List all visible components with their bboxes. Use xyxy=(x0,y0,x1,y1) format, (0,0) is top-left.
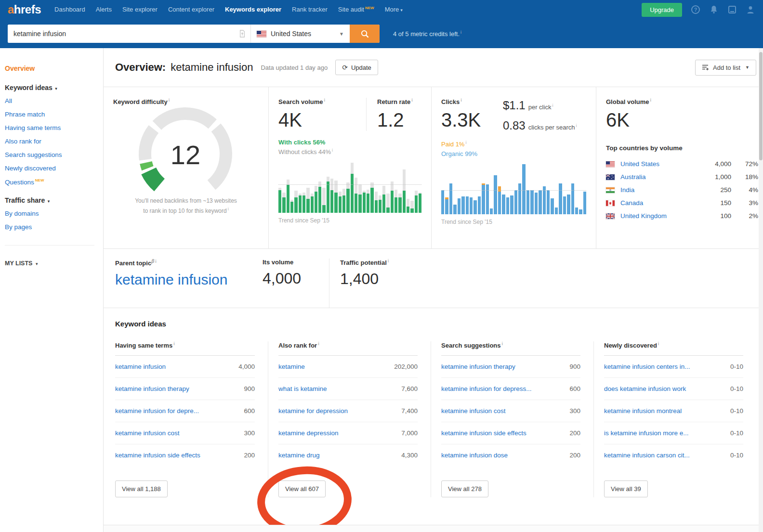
trend-bar xyxy=(498,164,501,214)
nav-item-dashboard[interactable]: Dashboard xyxy=(54,6,85,13)
keyword-link[interactable]: ketamine infusion montreal xyxy=(604,407,682,415)
sidebar-item-newly-discovered[interactable]: Newly discovered xyxy=(5,165,98,172)
keyword-link[interactable]: ketamine infusion cost xyxy=(115,429,180,437)
info-icon: i xyxy=(228,207,229,211)
sidebar-item-having-same-terms[interactable]: Having same terms xyxy=(5,124,98,131)
view-all-button-also-rank-for[interactable]: View all 607 xyxy=(278,480,326,497)
keyword-difficulty-gauge: 12 xyxy=(113,107,259,196)
flag-us-icon xyxy=(606,161,615,167)
nav-item-site-explorer[interactable]: Site explorer xyxy=(122,6,158,13)
sidebar-item-questions[interactable]: QuestionsNEW xyxy=(5,178,98,186)
update-button[interactable]: ⟳Update xyxy=(335,60,378,75)
keyword-table-header: Search suggestionsi xyxy=(441,341,580,356)
country-link-australia[interactable]: Australia xyxy=(620,173,701,181)
view-all-button-having-same-terms[interactable]: View all 1,188 xyxy=(115,480,168,497)
keyword-link[interactable]: ketamine infusion side effects xyxy=(441,429,526,437)
keyword-link[interactable]: ketamine infusion cost xyxy=(441,407,506,415)
nav-item-rank-tracker[interactable]: Rank tracker xyxy=(292,6,328,13)
sidebar-item-all[interactable]: All xyxy=(5,97,98,104)
nav-item-site-audit[interactable]: Site auditNEW xyxy=(338,6,374,13)
parent-topic-keyword-link[interactable]: ketamine infusion xyxy=(115,272,263,288)
keyword-link[interactable]: ketamine infusion therapy xyxy=(115,385,189,392)
view-all-button-newly-discovered[interactable]: View all 39 xyxy=(604,480,648,497)
keyword-link[interactable]: is ketamine infusion more e... xyxy=(604,429,689,437)
country-link-canada[interactable]: Canada xyxy=(620,199,701,207)
keyword-link[interactable]: ketamine depression xyxy=(278,429,339,437)
upgrade-button[interactable]: Upgrade xyxy=(642,3,682,17)
keyword-link[interactable]: ketamine infusion for depress... xyxy=(441,385,532,392)
country-link-united-states[interactable]: United States xyxy=(620,160,701,168)
keyword-link[interactable]: ketamine infusion dose xyxy=(441,452,508,459)
keyword-table-newly-discovered: Newly discoverediketamine infusion cente… xyxy=(593,341,756,497)
keyword-link[interactable]: what is ketamine xyxy=(278,385,327,392)
country-selector[interactable]: United States ▼ xyxy=(250,25,350,43)
keyword-link[interactable]: ketamine xyxy=(278,363,305,370)
info-icon: i xyxy=(658,341,659,346)
trend-bar xyxy=(474,164,476,214)
keyword-table-header: Also rank fori xyxy=(278,341,418,356)
sidebar-item-phrase-match[interactable]: Phrase match xyxy=(5,111,98,118)
with-clicks-label: With clicks 56% xyxy=(278,139,421,146)
paste-list-icon[interactable] xyxy=(234,25,250,43)
country-link-united-kingdom[interactable]: United Kingdom xyxy=(620,212,701,220)
caret-down-icon: ▾ xyxy=(54,86,57,91)
keyword-table-header: Having same termsi xyxy=(115,341,255,356)
sidebar-item-also-rank-for[interactable]: Also rank for xyxy=(5,138,98,145)
keyword-link[interactable]: ketamine infusion therapy xyxy=(441,363,515,370)
trend-bar xyxy=(355,163,357,213)
sidebar-item-search-suggestions[interactable]: Search suggestions xyxy=(5,151,98,158)
trend-bar xyxy=(327,163,329,213)
data-updated-label: Data updated 1 day ago xyxy=(261,64,328,71)
country-volume: 250 xyxy=(701,186,731,194)
user-icon[interactable] xyxy=(746,5,755,14)
keyword-link[interactable]: ketamine infusion side effects xyxy=(115,452,200,459)
caret-down-icon: ▾ xyxy=(46,199,50,204)
view-all-button-search-suggestions[interactable]: View all 278 xyxy=(441,480,488,497)
sidebar-group-keyword-ideas[interactable]: Keyword ideas ▾ xyxy=(5,84,98,91)
nav-item-keywords-explorer[interactable]: Keywords explorer xyxy=(225,6,281,13)
metric-credits-status: 4 of 5 metric credits left.i xyxy=(393,30,461,38)
sidebar-group-label: Keyword ideas xyxy=(5,84,53,91)
ahrefs-logo[interactable]: ahrefs xyxy=(8,3,41,16)
nav-item-more[interactable]: More▾ xyxy=(385,6,403,13)
keyword-volume: 7,600 xyxy=(401,385,418,392)
help-icon[interactable]: ? xyxy=(691,5,700,14)
keyword-link[interactable]: ketamine infusion xyxy=(115,363,166,370)
keyword-link[interactable]: ketamine infusion centers in... xyxy=(604,363,690,370)
country-volume: 1,000 xyxy=(701,173,731,181)
keyword-link[interactable]: does ketamine infusion work xyxy=(604,385,686,392)
trend-bar xyxy=(351,163,354,213)
trend-bar xyxy=(370,163,373,213)
country-share: 72% xyxy=(731,160,758,168)
keyword-volume: 0-10 xyxy=(730,452,743,459)
sidebar-item-overview[interactable]: Overview xyxy=(5,65,98,72)
keyword-link[interactable]: ketamine drug xyxy=(278,452,320,459)
trend-bar xyxy=(466,164,469,214)
sidebar-item-by-pages[interactable]: By pages xyxy=(5,223,98,231)
sidebar-item-by-domains[interactable]: By domains xyxy=(5,210,98,217)
search-button[interactable] xyxy=(350,25,380,43)
country-share: 4% xyxy=(731,186,758,194)
vertical-scrollbar[interactable] xyxy=(759,48,763,532)
paid-clicks-label: Paid 1%i xyxy=(441,140,586,148)
keyword-link[interactable]: ketamine for depression xyxy=(278,407,348,415)
sidebar-group-traffic-share[interactable]: Traffic share ▾ xyxy=(5,196,98,204)
sidebar-my-lists[interactable]: MY LISTS ▾ xyxy=(5,260,98,267)
nav-item-alerts[interactable]: Alerts xyxy=(96,6,112,13)
bell-icon[interactable] xyxy=(709,5,719,14)
trend-caption: Trend since Sep '15 xyxy=(441,219,586,225)
trend-bar xyxy=(278,163,281,213)
add-to-list-button[interactable]: Add to list ▼ xyxy=(695,60,756,76)
keyword-link[interactable]: ketamine infusion carson cit... xyxy=(604,452,690,459)
nav-item-label: Rank tracker xyxy=(292,6,328,13)
trend-bar xyxy=(555,164,558,214)
nav-item-content-explorer[interactable]: Content explorer xyxy=(168,6,214,13)
keyword-search-input[interactable] xyxy=(8,25,234,43)
keyword-search-group: United States ▼ xyxy=(8,25,380,43)
keyword-row: ketamine infusion montreal0-10 xyxy=(604,400,743,422)
country-selected-label: United States xyxy=(271,30,311,38)
device-icon[interactable] xyxy=(727,5,737,14)
country-link-india[interactable]: India xyxy=(620,186,701,194)
keyword-link[interactable]: ketamine infusion for depre... xyxy=(115,407,199,415)
scrollbar-thumb[interactable] xyxy=(759,52,763,160)
